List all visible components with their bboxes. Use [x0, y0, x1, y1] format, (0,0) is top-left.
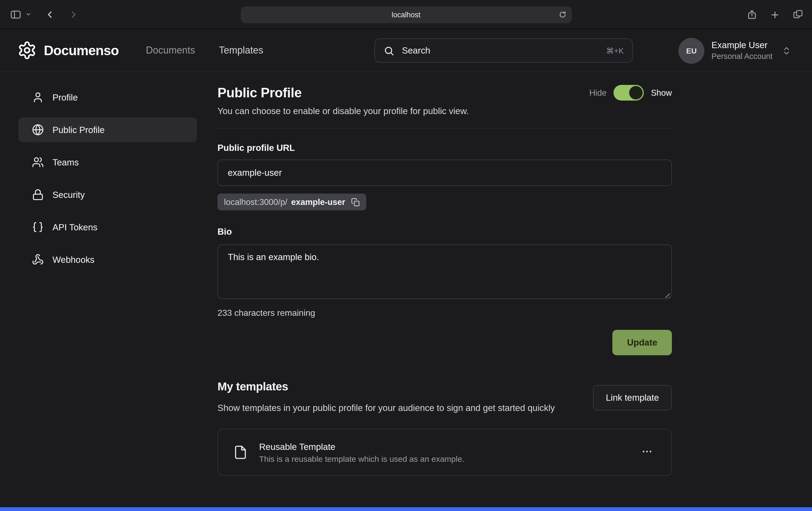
lock-icon	[32, 189, 44, 201]
visibility-toggle-group: Hide Show	[589, 85, 672, 100]
chevron-down-icon[interactable]	[25, 11, 31, 17]
documenso-logo-icon	[17, 40, 37, 60]
brand[interactable]: Documenso	[17, 40, 119, 60]
top-nav: Documents Templates	[146, 44, 263, 56]
page-title: Public Profile	[218, 85, 301, 100]
bio-label: Bio	[218, 227, 672, 237]
divider	[218, 128, 672, 129]
brand-name: Documenso	[44, 42, 119, 58]
sidebar-item-public-profile[interactable]: Public Profile	[19, 117, 197, 142]
sidebar-item-label: Security	[53, 189, 85, 200]
settings-sidebar: Profile Public Profile Teams Security	[19, 85, 197, 476]
address-bar-url: localhost	[392, 11, 420, 19]
profile-url-preview[interactable]: localhost:3000/p/ example-user	[218, 193, 366, 210]
sidebar-item-teams[interactable]: Teams	[19, 150, 197, 175]
sidebar-item-profile[interactable]: Profile	[19, 85, 197, 110]
address-bar[interactable]: localhost	[240, 6, 572, 23]
template-card-text: Reusable Template This is a reusable tem…	[259, 442, 464, 463]
template-card: Reusable Template This is a reusable tem…	[218, 429, 672, 476]
profile-visibility-toggle[interactable]	[613, 85, 644, 100]
toggle-show-label: Show	[651, 88, 672, 98]
nav-templates[interactable]: Templates	[219, 44, 263, 56]
characters-remaining: 233 characters remaining	[218, 308, 672, 318]
profile-url-prefix: localhost:3000/p/	[224, 197, 287, 207]
avatar: EU	[678, 37, 704, 63]
nav-documents[interactable]: Documents	[146, 44, 195, 56]
toggle-knob	[629, 86, 643, 99]
users-icon	[32, 156, 44, 168]
chevrons-up-down-icon	[782, 46, 791, 55]
bio-textarea-wrap: This is an example bio.	[218, 244, 672, 301]
sidebar-item-webhooks[interactable]: Webhooks	[19, 247, 197, 272]
search-icon	[383, 45, 395, 56]
copy-icon[interactable]	[351, 198, 360, 206]
ellipsis-icon	[641, 446, 653, 458]
update-button[interactable]: Update	[612, 330, 672, 355]
window-accent-strip	[0, 507, 812, 511]
public-profile-url-label: Public profile URL	[218, 143, 672, 153]
sidebar-toggle-icon[interactable]	[10, 8, 22, 20]
sidebar-item-security[interactable]: Security	[19, 182, 197, 207]
file-icon	[233, 445, 248, 460]
bio-textarea[interactable]: This is an example bio.	[218, 244, 672, 299]
my-templates-description: Show templates in your public profile fo…	[218, 401, 555, 415]
link-template-button[interactable]: Link template	[593, 385, 672, 410]
sidebar-item-api-tokens[interactable]: API Tokens	[19, 215, 197, 240]
template-name: Reusable Template	[259, 442, 464, 452]
globe-icon	[32, 124, 44, 136]
sidebar-item-label: Webhooks	[53, 254, 94, 265]
search-placeholder: Search	[402, 46, 599, 56]
browser-toolbar: localhost	[0, 0, 812, 29]
new-tab-icon[interactable]	[770, 9, 780, 20]
user-account-type: Personal Account	[712, 51, 773, 62]
account-menu-button[interactable]: EU Example User Personal Account	[678, 29, 791, 72]
toggle-hide-label: Hide	[589, 88, 607, 98]
settings-page: Profile Public Profile Teams Security	[0, 72, 812, 476]
webhook-icon	[32, 253, 44, 266]
back-button-icon[interactable]	[45, 9, 55, 20]
profile-url-slug: example-user	[291, 197, 345, 207]
user-icon	[32, 91, 44, 103]
app-window: localhost Documenso Documents	[0, 0, 812, 511]
braces-icon	[32, 221, 44, 233]
my-templates-title: My templates	[218, 380, 555, 393]
share-icon[interactable]	[747, 9, 757, 20]
template-menu-button[interactable]	[638, 443, 656, 462]
public-profile-url-input[interactable]	[218, 159, 672, 186]
template-description: This is a reusable template which is use…	[259, 454, 464, 463]
user-meta: Example User Personal Account	[712, 40, 773, 62]
main-content: Public Profile Hide Show You can choose …	[218, 85, 672, 476]
search-shortcut: ⌘+K	[606, 46, 624, 55]
search-input[interactable]: Search ⌘+K	[374, 38, 633, 63]
user-name: Example User	[712, 40, 773, 51]
tab-overview-icon[interactable]	[792, 9, 803, 20]
forward-button-icon[interactable]	[68, 9, 79, 20]
sidebar-item-label: API Tokens	[53, 222, 97, 232]
page-subtitle: You can choose to enable or disable your…	[218, 106, 672, 116]
app-header: Documenso Documents Templates Search ⌘+K…	[0, 29, 812, 72]
avatar-initials: EU	[686, 46, 697, 55]
sidebar-item-label: Teams	[53, 157, 79, 168]
sidebar-item-label: Public Profile	[53, 125, 105, 135]
sidebar-item-label: Profile	[53, 92, 78, 102]
reload-icon[interactable]	[558, 10, 567, 19]
my-templates-block: My templates Show templates in your publ…	[218, 380, 555, 415]
